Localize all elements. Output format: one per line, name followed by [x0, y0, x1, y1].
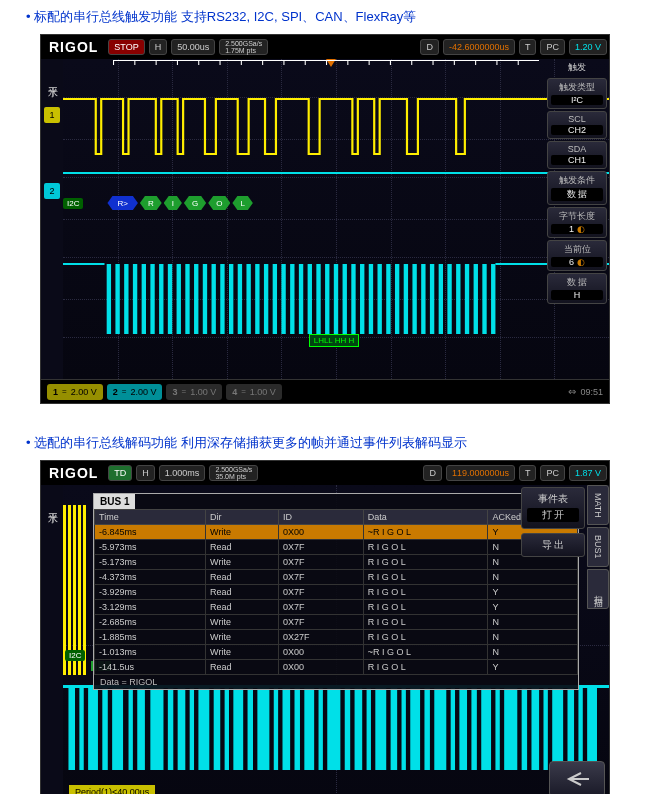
ch1-indicator[interactable]: 1=2.00 V	[47, 384, 103, 400]
i2c-byte-2: G	[184, 196, 206, 210]
ch2-indicator[interactable]: 2=2.00 V	[107, 384, 163, 400]
d-value[interactable]: -42.6000000us	[443, 39, 515, 55]
table-row[interactable]: -141.5usRead0X00R I G O LY	[95, 660, 578, 675]
cell-id: 0X27F	[278, 630, 363, 645]
cell-dir: Read	[206, 660, 279, 675]
svg-rect-18	[454, 60, 455, 65]
oscilloscope-screen-2: RIGOL TD H 1.000ms 2.500GSa/s 35.0M pts …	[40, 460, 610, 794]
menu-scl[interactable]: SCL CH2	[547, 111, 607, 139]
cell-id: 0X7F	[278, 555, 363, 570]
svg-rect-83	[168, 685, 173, 770]
svg-rect-32	[185, 264, 189, 334]
h-label: H	[149, 39, 168, 55]
table-row[interactable]: -3.129msRead0X7FR I G O LY	[95, 600, 578, 615]
svg-rect-87	[214, 685, 221, 770]
tab-bus1[interactable]: BUS1	[587, 527, 609, 567]
svg-rect-49	[334, 264, 338, 334]
svg-rect-79	[112, 685, 123, 770]
menu-event-type[interactable]: 事件表 打 开	[521, 487, 585, 529]
table-row[interactable]: -1.013msWrite0X00~R I G O LN	[95, 645, 578, 660]
svg-rect-8	[241, 60, 242, 65]
table-row[interactable]: -5.173msWrite0X7FR I G O LN	[95, 555, 578, 570]
svg-rect-4	[156, 60, 157, 65]
trigger-volt[interactable]: 1.87 V	[569, 465, 607, 481]
svg-rect-111	[495, 685, 499, 770]
tab-scan[interactable]: 扫 描	[587, 569, 609, 609]
col-id[interactable]: ID	[278, 510, 363, 525]
svg-rect-24	[115, 264, 119, 334]
run-status[interactable]: STOP	[108, 39, 144, 55]
svg-rect-25	[124, 264, 128, 334]
decode-table[interactable]: Time Dir ID Data ACKed -6.845msWrite0X00…	[94, 509, 578, 675]
i2c-byte-4: L	[232, 196, 252, 210]
cell-ack: Y	[488, 600, 578, 615]
menu-export[interactable]: 导 出	[521, 533, 585, 557]
back-button[interactable]	[549, 761, 605, 794]
cell-id: 0X7F	[278, 585, 363, 600]
ch3-indicator[interactable]: 3=1.00 V	[166, 384, 222, 400]
timebase[interactable]: 1.000ms	[159, 465, 206, 481]
cell-dir: Write	[206, 630, 279, 645]
table-row[interactable]: -6.845msWrite0X00~R I G O LY	[95, 525, 578, 540]
svg-rect-102	[391, 685, 398, 770]
timebase[interactable]: 50.00us	[171, 39, 215, 55]
cell-dir: Read	[206, 540, 279, 555]
waveform-area-1[interactable]: I2C R> R I G O L LHLL HH	[63, 59, 609, 379]
svg-rect-31	[177, 264, 181, 334]
svg-rect-11	[305, 60, 306, 65]
cell-dir: Write	[206, 525, 279, 540]
tab-math[interactable]: MATH	[587, 485, 609, 525]
menu-current-bit[interactable]: 当前位 6◐	[547, 240, 607, 271]
cell-data: R I G O L	[363, 630, 488, 645]
svg-rect-53	[369, 264, 373, 334]
col-dir[interactable]: Dir	[206, 510, 279, 525]
cell-data: R I G O L	[363, 555, 488, 570]
cell-time: -1.885ms	[95, 630, 206, 645]
svg-rect-107	[451, 685, 455, 770]
svg-rect-60	[430, 264, 434, 334]
svg-rect-7	[220, 60, 221, 65]
svg-rect-115	[543, 685, 547, 770]
cell-data: R I G O L	[363, 570, 488, 585]
table-row[interactable]: -5.973msRead0X7FR I G O LN	[95, 540, 578, 555]
svg-rect-98	[345, 685, 350, 770]
i2c-byte-3: O	[208, 196, 230, 210]
menu-condition[interactable]: 触发条件 数 据	[547, 171, 607, 205]
ch4-indicator[interactable]: 4=1.00 V	[226, 384, 282, 400]
svg-rect-66	[482, 264, 486, 334]
ch2-baseline	[63, 172, 609, 174]
cell-id: 0X00	[278, 660, 363, 675]
waveform-area-2[interactable]: I2C Period(1)<40.00us BUS 1	[63, 485, 609, 794]
d-value[interactable]: 119.000000us	[446, 465, 515, 481]
svg-rect-88	[225, 685, 229, 770]
menu-sda[interactable]: SDA CH1	[547, 141, 607, 169]
table-row[interactable]: -1.885msWrite0X27FR I G O LN	[95, 630, 578, 645]
svg-rect-113	[522, 685, 527, 770]
svg-rect-2	[113, 60, 114, 65]
period-measurement: Period(1)<40.00us	[69, 785, 155, 794]
cell-time: -141.5us	[95, 660, 206, 675]
trigger-menu: 触发 触发类型 I²C SCL CH2 SDA CH1 触发条件 数 据	[545, 59, 609, 306]
svg-rect-110	[481, 685, 491, 770]
svg-rect-41	[264, 264, 268, 334]
svg-rect-3	[134, 60, 135, 65]
col-data[interactable]: Data	[363, 510, 488, 525]
svg-rect-45	[299, 264, 303, 334]
svg-rect-91	[257, 685, 269, 770]
col-time[interactable]: Time	[95, 510, 206, 525]
run-status[interactable]: TD	[108, 465, 132, 481]
table-row[interactable]: -4.373msRead0X7FR I G O LN	[95, 570, 578, 585]
menu-byte-len[interactable]: 字节长度 1◐	[547, 207, 607, 238]
table-row[interactable]: -2.685msWrite0X7FR I G O LN	[95, 615, 578, 630]
cell-data: ~R I G O L	[363, 525, 488, 540]
svg-rect-94	[295, 685, 300, 770]
section-title-2: 选配的串行总线解码功能 利用深存储捕获更多的帧并通过事件列表解码显示	[26, 434, 656, 452]
table-row[interactable]: -3.929msRead0X7FR I G O LY	[95, 585, 578, 600]
trigger-volt[interactable]: 1.20 V	[569, 39, 607, 55]
event-table[interactable]: BUS 1 Time Dir ID Data ACKed -6.845msWri…	[93, 493, 579, 690]
menu-trigger-type[interactable]: 触发类型 I²C	[547, 78, 607, 109]
scope2-header: RIGOL TD H 1.000ms 2.500GSa/s 35.0M pts …	[41, 461, 609, 485]
cell-time: -5.973ms	[95, 540, 206, 555]
svg-rect-20	[496, 60, 497, 65]
menu-data[interactable]: 数 据 H	[547, 273, 607, 304]
